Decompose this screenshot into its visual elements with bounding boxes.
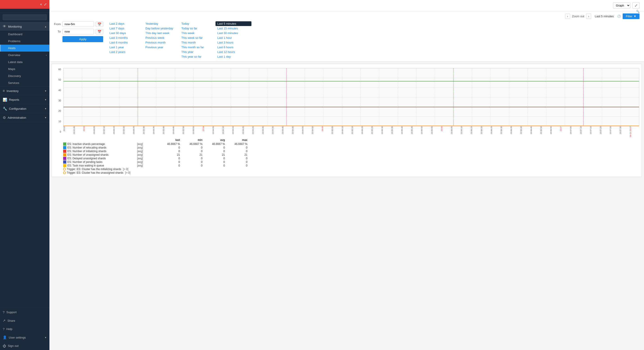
configuration-header[interactable]: 🔧 Configuration ▼ [0, 104, 50, 113]
user-settings-item[interactable]: 👤 User settings ▼ [0, 333, 50, 342]
help-label: Help [6, 327, 12, 331]
vline-5 [156, 68, 175, 126]
x-label: 23:05:50 [421, 126, 430, 134]
legend-row: ES: Inactive shards percentage [avg] 46.… [63, 142, 639, 146]
zoom-out-button[interactable]: Zoom out [572, 14, 584, 18]
sidebar-item-overview[interactable]: Overview [0, 52, 50, 59]
ql-last-1-year[interactable]: Last 1 year [108, 45, 144, 50]
apply-button[interactable]: Apply [62, 36, 103, 42]
ql-this-week-so-far[interactable]: This week so far [180, 35, 216, 40]
ql-last-6-hours[interactable]: Last 6 hours [216, 45, 252, 50]
sidebar-search-input[interactable] [3, 14, 47, 20]
configuration-section: 🔧 Configuration ▼ [0, 104, 50, 113]
ql-this-month-so-far[interactable]: This month so far [180, 45, 216, 50]
sign-out-item[interactable]: ⏻ Sign out [0, 342, 50, 350]
ql-previous-month[interactable]: Previous month [144, 40, 180, 45]
vline-2 [82, 68, 101, 126]
sidebar-host-label [0, 9, 50, 12]
x-label: 23:03:25 [132, 126, 142, 134]
legend-item-type: [avg] [137, 161, 150, 164]
ql-last-6-months[interactable]: Last 6 months [108, 40, 144, 45]
administration-header[interactable]: ⚙ Administration ▼ [0, 113, 50, 122]
sidebar-item-maps[interactable]: Maps [0, 65, 50, 72]
ql-this-week[interactable]: This week [180, 31, 216, 35]
sidebar-item-discovery[interactable]: Discovery [0, 72, 50, 79]
vline-red-2 [286, 68, 305, 126]
legend-item-type: [avg] [137, 143, 150, 146]
legend-row: ES: Task max waiting in queue [avg] 0 0 … [63, 164, 639, 167]
fullscreen-button[interactable]: ⤢ [632, 2, 640, 9]
sidebar-item-services[interactable]: Services [0, 79, 50, 86]
y-label-20: 20 [58, 110, 61, 112]
from-label: From [54, 22, 61, 26]
ql-this-year-so-far[interactable]: This year so far [180, 54, 216, 59]
to-calendar-button[interactable]: 📅 [96, 29, 103, 34]
next-button[interactable]: › [586, 14, 591, 19]
from-calendar-button[interactable]: 📅 [96, 21, 103, 27]
vline-red-1 [138, 68, 156, 126]
collapse-icon[interactable]: « [40, 2, 42, 6]
legend-color [63, 143, 66, 146]
ql-day-before-yesterday[interactable]: Day before yesterday [144, 26, 180, 31]
legend-color [63, 157, 66, 160]
x-label: 23:06 [441, 126, 450, 132]
x-label: 23:06:55 [550, 126, 560, 134]
sidebar-item-latest-data[interactable]: Latest data [0, 59, 50, 65]
inventory-header[interactable]: ≡ Inventory ▼ [0, 87, 50, 95]
x-label: 23:07:15 [590, 126, 600, 134]
reports-header[interactable]: 📊 Reports ▼ [0, 95, 50, 104]
ql-today[interactable]: Today [180, 21, 216, 26]
ql-this-day-last-week[interactable]: This day last week [144, 31, 180, 35]
help-item[interactable]: ? Help [0, 325, 50, 333]
to-input[interactable] [62, 29, 94, 34]
ql-last-30-days[interactable]: Last 30 days [108, 31, 144, 35]
ql-previous-year[interactable]: Previous year [144, 45, 180, 50]
ql-last-12-hours[interactable]: Last 12 hours [216, 50, 252, 54]
view-as-select[interactable]: Graph Values [613, 2, 630, 8]
prev-button[interactable]: ‹ [565, 14, 570, 19]
share-item[interactable]: ↗ Share [0, 316, 50, 325]
sidebar-item-dashboard[interactable]: Dashboard [0, 31, 50, 38]
vline-10 [249, 68, 268, 126]
ql-last-3-months[interactable]: Last 3 months [108, 35, 144, 40]
ql-previous-week[interactable]: Previous week [144, 35, 180, 40]
x-label: 23:05:40 [401, 126, 411, 134]
legend-item-name: ES: Number of unassigned shards [68, 153, 137, 156]
ql-last-7-days[interactable]: Last 7 days [108, 26, 144, 31]
graph-with-labels: 60 50 40 30 20 10 0 [54, 68, 639, 126]
legend-item-type: [avg] [137, 153, 150, 156]
ql-yesterday[interactable]: Yesterday [144, 21, 180, 26]
ql-today-so-far[interactable]: Today so far [180, 26, 216, 31]
ql-last-30-minutes[interactable]: Last 30 minutes [216, 31, 252, 35]
ql-last-5-minutes[interactable]: Last 5 minutes [216, 21, 252, 26]
x-label: 23:04:20 [242, 126, 252, 134]
sidebar-item-hosts[interactable]: Hosts [0, 45, 50, 52]
legend-name-col-header [63, 139, 158, 142]
sidebar-item-problems[interactable]: Problems [0, 38, 50, 45]
trigger-condition: [> 0] [123, 168, 128, 171]
x-label: 23:04:15 [232, 126, 242, 134]
ql-last-2-days[interactable]: Last 2 days [108, 21, 144, 26]
from-input[interactable] [62, 21, 94, 27]
vertical-lines [63, 68, 639, 126]
monitoring-header[interactable]: 👁 Monitoring ▲ [0, 22, 50, 31]
legend-name: ES: Task max waiting in queue [avg] [63, 164, 158, 167]
support-item[interactable]: ? Support [0, 308, 50, 316]
support-label: Support [6, 311, 17, 314]
ql-last-1-day[interactable]: Last 1 day [216, 54, 252, 59]
fullscreen-icon[interactable]: ⤢ [44, 2, 47, 6]
vline-8 [212, 68, 230, 126]
x-label: 23:03:15 [113, 126, 123, 134]
ql-last-3-hours[interactable]: Last 3 hours [216, 40, 252, 45]
ql-this-year[interactable]: This year [180, 50, 216, 54]
legend-max: 0 [225, 161, 248, 164]
ql-last-1-hour[interactable]: Last 1 hour [216, 35, 252, 40]
x-label: 23:04:25 [252, 126, 262, 134]
ql-this-month[interactable]: This month [180, 40, 216, 45]
ql-last-2-years[interactable]: Last 2 years [108, 50, 144, 54]
x-label: 23:07:25 [610, 126, 619, 134]
vline-17 [398, 68, 416, 126]
legend-item-name: ES: Delayed unassigned shards [68, 157, 137, 160]
ql-last-15-minutes[interactable]: Last 15 minutes [216, 26, 252, 31]
filter-button[interactable]: Filter ▼ [623, 13, 640, 19]
